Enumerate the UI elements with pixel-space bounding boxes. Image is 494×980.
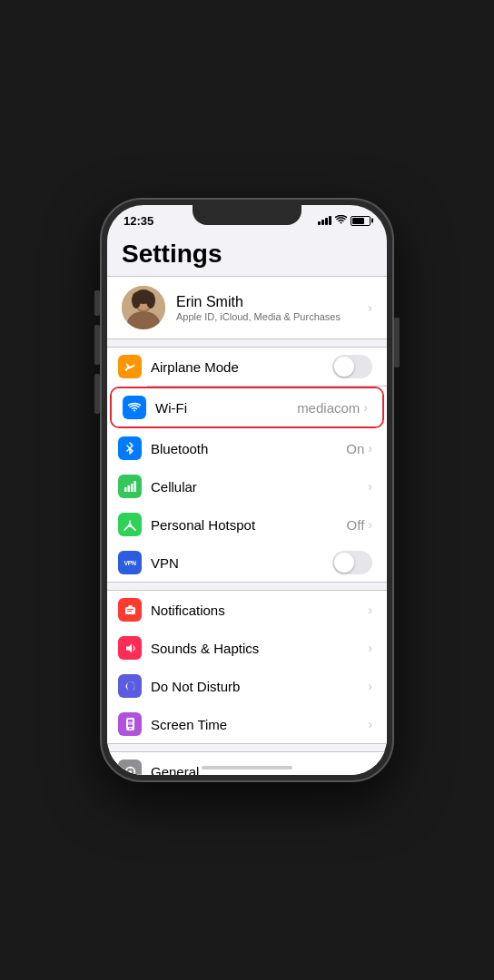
page-title: Settings (122, 240, 372, 269)
airplane-mode-label: Airplane Mode (151, 359, 332, 375)
airplane-mode-row[interactable]: Airplane Mode (107, 348, 387, 386)
sounds-icon (118, 636, 142, 660)
wifi-label: Wi-Fi (155, 400, 297, 416)
hotspot-label: Personal Hotspot (151, 517, 347, 533)
cellular-row[interactable]: Cellular › (107, 467, 387, 505)
vpn-toggle[interactable] (332, 551, 372, 574)
wifi-row-container[interactable]: Wi-Fi mediacom › (107, 387, 387, 428)
hotspot-value: Off (347, 517, 365, 533)
general-group: General › Control Center › (107, 751, 387, 775)
sounds-chevron-icon: › (368, 641, 372, 655)
profile-name: Erin Smith (176, 294, 368, 310)
hotspot-chevron-icon: › (368, 517, 372, 532)
notifications-group: Notifications › Sounds & Haptics › (107, 590, 387, 744)
screentime-label: Screen Time (151, 717, 368, 732)
left-buttons (94, 290, 100, 414)
wifi-status-icon (335, 215, 347, 226)
sounds-label: Sounds & Haptics (151, 641, 368, 656)
donotdisturb-chevron-icon: › (368, 679, 372, 693)
notch (193, 205, 301, 225)
donotdisturb-row[interactable]: Do Not Disturb › (107, 667, 387, 705)
donotdisturb-label: Do Not Disturb (151, 679, 368, 694)
wifi-icon (123, 396, 146, 419)
airplane-mode-icon (118, 355, 142, 378)
svg-point-5 (132, 292, 141, 309)
vpn-text-label: VPN (124, 560, 136, 566)
hotspot-row[interactable]: Personal Hotspot Off › (107, 505, 387, 544)
svg-rect-20 (129, 728, 132, 730)
connectivity-group: Airplane Mode (107, 347, 387, 583)
screentime-chevron-icon: › (368, 717, 372, 731)
phone-screen: 12:35 (107, 205, 387, 775)
svg-rect-8 (127, 485, 130, 492)
phone-frame: 12:35 (102, 200, 392, 780)
avatar (122, 286, 165, 329)
vpn-icon: VPN (118, 551, 142, 574)
svg-rect-10 (133, 481, 136, 492)
wifi-value: mediacom (297, 400, 360, 416)
bluetooth-row[interactable]: Bluetooth On › (107, 429, 387, 467)
screentime-row[interactable]: Screen Time › (107, 705, 387, 743)
bluetooth-label: Bluetooth (151, 441, 346, 456)
svg-rect-14 (128, 605, 132, 608)
airplane-mode-toggle[interactable] (332, 355, 372, 378)
profile-row[interactable]: Erin Smith Apple ID, iCloud, Media & Pur… (107, 276, 387, 339)
status-icons (318, 215, 370, 226)
bluetooth-icon (118, 436, 142, 460)
home-indicator (202, 766, 292, 769)
profile-info: Erin Smith Apple ID, iCloud, Media & Pur… (176, 294, 368, 322)
svg-point-6 (146, 292, 155, 309)
svg-rect-9 (131, 484, 133, 492)
signal-bars-icon (318, 216, 331, 225)
notifications-chevron-icon: › (368, 603, 372, 617)
screentime-icon (118, 712, 142, 736)
cellular-label: Cellular (151, 479, 368, 495)
battery-icon (351, 216, 370, 226)
profile-chevron-icon: › (368, 300, 372, 315)
right-button (394, 318, 400, 368)
vpn-label: VPN (151, 555, 332, 571)
page-title-section: Settings (107, 232, 387, 276)
bluetooth-value: On (346, 441, 364, 456)
hotspot-icon (118, 513, 142, 536)
notifications-icon (118, 598, 142, 622)
notifications-row[interactable]: Notifications › (107, 591, 387, 629)
svg-point-22 (129, 770, 132, 773)
vpn-row[interactable]: VPN VPN (107, 544, 387, 582)
cellular-icon (118, 475, 142, 498)
sounds-row[interactable]: Sounds & Haptics › (107, 629, 387, 667)
screen-content[interactable]: Settings Erin S (107, 232, 387, 775)
status-time: 12:35 (124, 214, 153, 228)
svg-rect-19 (128, 721, 133, 725)
cellular-chevron-icon: › (368, 479, 372, 494)
general-icon (118, 760, 142, 775)
donotdisturb-icon (118, 674, 142, 698)
general-row[interactable]: General › (107, 752, 387, 775)
wifi-chevron-icon: › (363, 400, 368, 415)
svg-rect-7 (124, 487, 127, 492)
bluetooth-chevron-icon: › (368, 441, 372, 456)
notifications-label: Notifications (151, 603, 368, 618)
general-chevron-icon: › (368, 764, 372, 775)
wifi-row[interactable]: Wi-Fi mediacom › (112, 388, 382, 426)
profile-subtitle: Apple ID, iCloud, Media & Purchases (176, 311, 368, 322)
